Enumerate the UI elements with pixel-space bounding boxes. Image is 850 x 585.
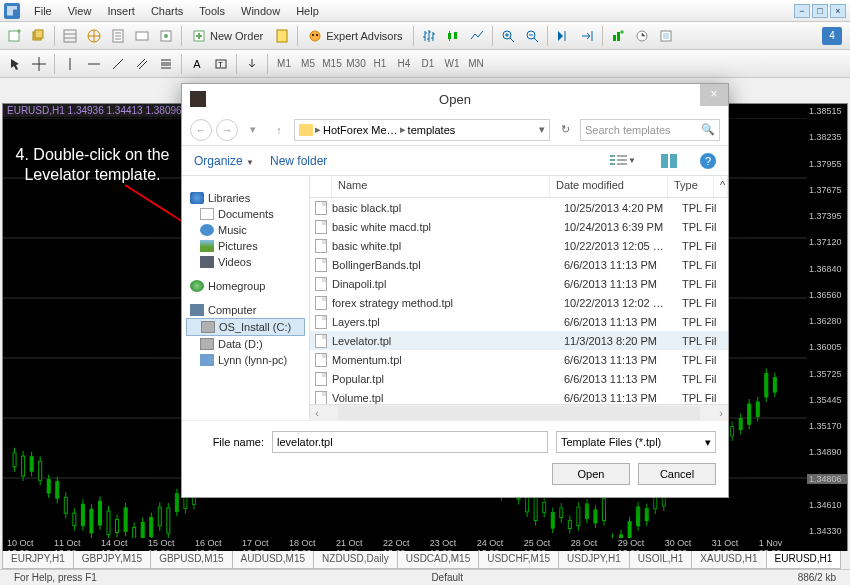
data-window-icon[interactable] — [107, 25, 129, 47]
hline-icon[interactable] — [83, 53, 105, 75]
new-order-button[interactable]: New Order — [186, 25, 269, 47]
templates-icon[interactable] — [655, 25, 677, 47]
terminal-icon[interactable] — [131, 25, 153, 47]
timeframe-m15[interactable]: M15 — [320, 58, 344, 69]
expert-advisors-button[interactable]: Expert Advisors — [302, 25, 408, 47]
timeframe-h1[interactable]: H1 — [368, 58, 392, 69]
bar-chart-icon[interactable] — [418, 25, 440, 47]
chart-tab[interactable]: USDJPY,H1 — [558, 551, 630, 569]
maximize-button[interactable]: □ — [812, 4, 828, 18]
column-headers[interactable]: Name Date modified Type ^ — [310, 176, 728, 198]
new-folder-button[interactable]: New folder — [270, 154, 327, 168]
profiles-icon[interactable] — [28, 25, 50, 47]
timeframe-mn[interactable]: MN — [464, 58, 488, 69]
fibo-icon[interactable] — [155, 53, 177, 75]
cancel-button[interactable]: Cancel — [638, 463, 716, 485]
breadcrumb[interactable]: ▸ HotForex Me… ▸ templates ▾ — [294, 119, 550, 141]
chart-tab[interactable]: NZDUSD,Daily — [313, 551, 398, 569]
periodicity-icon[interactable] — [631, 25, 653, 47]
file-row[interactable]: basic white.tpl10/22/2013 12:05 …TPL Fil — [310, 236, 728, 255]
file-row[interactable]: Layers.tpl6/6/2013 11:13 PMTPL Fil — [310, 312, 728, 331]
chart-tab[interactable]: USDCAD,M15 — [397, 551, 479, 569]
back-button[interactable]: ← — [190, 119, 212, 141]
tree-os-drive[interactable]: OS_Install (C:) — [186, 318, 305, 336]
file-row[interactable]: Popular.tpl6/6/2013 11:13 PMTPL Fil — [310, 369, 728, 388]
zoom-in-icon[interactable] — [497, 25, 519, 47]
file-row[interactable]: Momentum.tpl6/6/2013 11:13 PMTPL Fil — [310, 350, 728, 369]
chart-tab[interactable]: USOIL,H1 — [629, 551, 693, 569]
file-row[interactable]: basic black.tpl10/25/2013 4:20 PMTPL Fil — [310, 198, 728, 217]
close-button[interactable]: × — [830, 4, 846, 18]
cursor-icon[interactable] — [4, 53, 26, 75]
timeframe-m30[interactable]: M30 — [344, 58, 368, 69]
chart-tab[interactable]: AUDUSD,M15 — [232, 551, 314, 569]
view-button[interactable]: ▼ — [608, 151, 638, 171]
label-icon[interactable]: T — [210, 53, 232, 75]
tree-music[interactable]: Music — [186, 222, 305, 238]
up-button[interactable]: ↑ — [268, 119, 290, 141]
file-row[interactable]: BollingerBands.tpl6/6/2013 11:13 PMTPL F… — [310, 255, 728, 274]
menu-file[interactable]: File — [26, 5, 60, 17]
filetype-combo[interactable]: Template Files (*.tpl)▾ — [556, 431, 716, 453]
tree-network-pc[interactable]: Lynn (lynn-pc) — [186, 352, 305, 368]
tree-pictures[interactable]: Pictures — [186, 238, 305, 254]
chart-tab[interactable]: EURJPY,H1 — [2, 551, 74, 569]
navigator-icon[interactable] — [83, 25, 105, 47]
recent-dropdown[interactable]: ▾ — [242, 119, 264, 141]
strategy-tester-icon[interactable] — [155, 25, 177, 47]
file-row[interactable]: basic white macd.tpl10/24/2013 6:39 PMTP… — [310, 217, 728, 236]
search-input[interactable]: Search templates🔍 — [580, 119, 720, 141]
dialog-close-button[interactable]: × — [700, 84, 728, 106]
filename-input[interactable] — [272, 431, 548, 453]
menu-insert[interactable]: Insert — [99, 5, 143, 17]
tree-data-drive[interactable]: Data (D:) — [186, 336, 305, 352]
metaeditor-icon[interactable] — [271, 25, 293, 47]
timeframe-w1[interactable]: W1 — [440, 58, 464, 69]
market-watch-icon[interactable] — [59, 25, 81, 47]
chart-tab[interactable]: XAUUSD,H1 — [691, 551, 766, 569]
vline-icon[interactable] — [59, 53, 81, 75]
help-button[interactable]: ? — [700, 153, 716, 169]
timeframe-h4[interactable]: H4 — [392, 58, 416, 69]
tree-homegroup[interactable]: Homegroup — [186, 278, 305, 294]
timeframe-d1[interactable]: D1 — [416, 58, 440, 69]
chart-tab[interactable]: GBPUSD,M15 — [150, 551, 232, 569]
crosshair-icon[interactable] — [28, 53, 50, 75]
menu-tools[interactable]: Tools — [191, 5, 233, 17]
chart-tab[interactable]: GBPJPY,M15 — [73, 551, 151, 569]
organize-menu[interactable]: Organize ▼ — [194, 154, 254, 168]
tree-computer[interactable]: Computer — [186, 302, 305, 318]
tree-videos[interactable]: Videos — [186, 254, 305, 270]
refresh-button[interactable]: ↻ — [554, 119, 576, 141]
tree-libraries[interactable]: Libraries — [186, 190, 305, 206]
open-button[interactable]: Open — [552, 463, 630, 485]
file-row[interactable]: Dinapoli.tpl6/6/2013 11:13 PMTPL Fil — [310, 274, 728, 293]
menu-view[interactable]: View — [60, 5, 100, 17]
minimize-button[interactable]: − — [794, 4, 810, 18]
preview-button[interactable] — [654, 151, 684, 171]
h-scrollbar[interactable]: ‹› — [310, 404, 728, 420]
menu-window[interactable]: Window — [233, 5, 288, 17]
chart-tab[interactable]: USDCHF,M15 — [478, 551, 559, 569]
arrows-icon[interactable] — [241, 53, 263, 75]
indicators-icon[interactable] — [607, 25, 629, 47]
chart-shift-icon[interactable] — [576, 25, 598, 47]
timeframe-m5[interactable]: M5 — [296, 58, 320, 69]
trendline-icon[interactable] — [107, 53, 129, 75]
text-icon[interactable]: A — [186, 53, 208, 75]
menu-help[interactable]: Help — [288, 5, 327, 17]
tree-documents[interactable]: Documents — [186, 206, 305, 222]
file-row[interactable]: Levelator.tpl11/3/2013 8:20 PMTPL Fil — [310, 331, 728, 350]
chart-tab[interactable]: EURUSD,H1 — [766, 551, 842, 569]
new-chart-icon[interactable] — [4, 25, 26, 47]
candle-chart-icon[interactable] — [442, 25, 464, 47]
line-chart-icon[interactable] — [466, 25, 488, 47]
file-row[interactable]: Volume.tpl6/6/2013 11:13 PMTPL Fil — [310, 388, 728, 404]
file-row[interactable]: forex strategy method.tpl10/22/2013 12:0… — [310, 293, 728, 312]
channel-icon[interactable] — [131, 53, 153, 75]
zoom-out-icon[interactable] — [521, 25, 543, 47]
forward-button[interactable]: → — [216, 119, 238, 141]
auto-scroll-icon[interactable] — [552, 25, 574, 47]
timeframe-m1[interactable]: M1 — [272, 58, 296, 69]
menu-charts[interactable]: Charts — [143, 5, 191, 17]
